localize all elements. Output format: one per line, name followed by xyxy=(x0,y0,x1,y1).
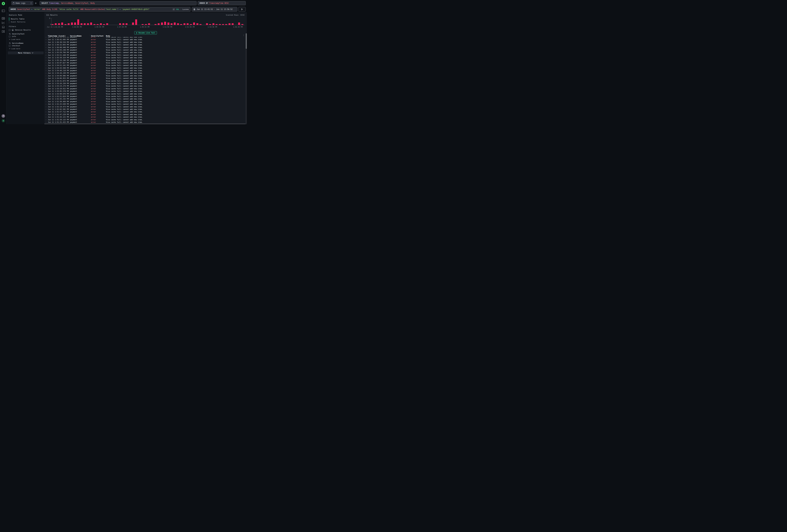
resume-live-tail-button[interactable]: Resume Live Tail xyxy=(134,31,157,35)
horizontal-scrollbar[interactable] xyxy=(44,124,246,124)
histogram-bar[interactable] xyxy=(164,22,166,25)
table-row[interactable]: ›Jun 11 1:56:03.248 PMpaymenterrorVisa c… xyxy=(44,49,246,51)
histogram-bar[interactable] xyxy=(232,23,234,25)
table-row[interactable]: ›Jun 11 1:54:26.230 PMpaymenterrorVisa c… xyxy=(44,72,246,75)
column-header-timestamp[interactable]: Timestamp (Local) xyxy=(48,35,66,37)
table-row[interactable]: ›Jun 11 1:51:43.121 PMpaymenterrorVisa c… xyxy=(44,116,246,119)
filter-option-label[interactable]: info xyxy=(12,36,16,38)
dashboards-icon[interactable] xyxy=(2,30,5,33)
table-row[interactable]: ›Jun 11 1:55:51.448 PMpaymenterrorVisa c… xyxy=(44,54,246,57)
help-button[interactable]: ? xyxy=(2,114,5,118)
histogram-bar[interactable] xyxy=(123,23,124,25)
table-row[interactable]: ›Jun 11 1:53:26.250 PMpaymenterrorVisa c… xyxy=(44,82,246,85)
table-row[interactable]: ›Jun 11 1:53:10.922 PMpaymenterrorVisa c… xyxy=(44,87,246,90)
table-row[interactable]: ›Jun 11 1:55:59.760 PMpaymenterrorVisa c… xyxy=(44,51,246,54)
table-row[interactable]: ›Jun 11 1:53:05.578 PMpaymenterrorVisa c… xyxy=(44,90,246,92)
histogram-bar[interactable] xyxy=(61,22,63,25)
run-query-button[interactable] xyxy=(238,7,246,12)
where-query-input[interactable]: WHERE SeverityText = 'error' AND Body IL… xyxy=(9,7,190,12)
histogram-bar[interactable] xyxy=(229,23,230,25)
language-option-lucene[interactable]: Lucene xyxy=(183,8,189,10)
histogram-bar[interactable] xyxy=(161,22,163,25)
histogram-bar[interactable] xyxy=(77,19,79,25)
table-row[interactable]: ›Jun 11 1:55:16.296 PMpaymenterrorVisa c… xyxy=(44,59,246,62)
histogram-bar[interactable] xyxy=(126,23,127,25)
source-selector[interactable]: Demo Logs xyxy=(11,1,33,5)
table-row[interactable]: ›Jun 11 1:53:41.873 PMpaymenterrorVisa c… xyxy=(44,80,246,82)
time-range-picker[interactable]: Jun 11 13:41:52 - Jun 11 13:56:52 xyxy=(192,7,237,12)
search-icon[interactable] xyxy=(9,33,11,35)
table-row[interactable]: ›Jun 11 1:54:43.948 PMpaymenterrorVisa c… xyxy=(44,67,246,69)
table-row[interactable]: ›Jun 11 1:55:07.827 PMpaymenterrorVisa c… xyxy=(44,62,246,64)
table-row[interactable]: ›Jun 11 1:56:38.534 PMpaymenterrorVisa c… xyxy=(44,41,246,44)
histogram-bar[interactable] xyxy=(74,22,76,25)
histogram-bar[interactable] xyxy=(90,22,92,25)
search-logs-icon[interactable] xyxy=(2,17,5,20)
histogram-bar[interactable] xyxy=(193,22,195,25)
results-histogram[interactable] xyxy=(51,19,244,25)
histogram-bar[interactable] xyxy=(238,22,240,25)
histogram-bar[interactable] xyxy=(100,23,102,25)
column-resize-handle[interactable]: ⋮ xyxy=(89,35,91,36)
table-row[interactable]: ›Jun 11 1:56:08.948 PMpaymenterrorVisa c… xyxy=(44,46,246,49)
table-row[interactable]: ›Jun 11 1:54:09.906 PMpaymenterrorVisa c… xyxy=(44,75,246,77)
histogram-bar[interactable] xyxy=(135,19,137,25)
load-more-link[interactable]: Load more xyxy=(9,48,20,49)
table-row[interactable]: ›Jun 11 1:52:25.630 PMpaymenterrorVisa c… xyxy=(44,103,246,105)
table-row[interactable]: ›Jun 11 1:52:35.232 PMpaymenterrorVisa c… xyxy=(44,98,246,100)
histogram-bar[interactable] xyxy=(81,23,83,25)
filter-option-checkbox[interactable] xyxy=(9,36,10,38)
analysis-mode-item-results-table[interactable]: Results Table xyxy=(9,18,24,20)
search-icon[interactable] xyxy=(9,42,11,44)
table-row[interactable]: ›Jun 11 1:51:31.415 PMpaymenterrorVisa c… xyxy=(44,121,246,124)
column-header-body[interactable]: Body xyxy=(106,35,110,37)
histogram-bar[interactable] xyxy=(168,22,169,25)
table-options-menu-icon[interactable]: ⋮ xyxy=(243,34,244,36)
histogram-bar[interactable] xyxy=(184,23,186,25)
denoise-checkbox[interactable] xyxy=(9,29,10,31)
load-more-link[interactable]: Load more xyxy=(9,38,20,40)
table-row[interactable]: ›Jun 11 1:52:51.824 PMpaymenterrorVisa c… xyxy=(44,95,246,98)
column-resize-handle[interactable]: ⋮ xyxy=(68,35,70,36)
table-row[interactable]: ›Jun 11 1:54:40.218 PMpaymenterrorVisa c… xyxy=(44,69,246,72)
histogram-bar[interactable] xyxy=(119,23,121,25)
analysis-mode-item-event-patterns[interactable]: Event Patterns xyxy=(9,20,25,23)
histogram-bar[interactable] xyxy=(187,23,189,25)
denoise-label[interactable]: Denoise Results xyxy=(15,29,31,31)
language-option-sql[interactable]: SQL xyxy=(176,8,179,10)
histogram-bar[interactable] xyxy=(68,23,69,25)
table-row[interactable]: ›Jun 11 1:53:00.676 PMpaymenterrorVisa c… xyxy=(44,93,246,95)
histogram-bar[interactable] xyxy=(148,23,150,25)
table-row[interactable]: ›Jun 11 1:56:32.843 PMpaymenterrorVisa c… xyxy=(44,44,246,46)
histogram-bar[interactable] xyxy=(71,22,73,25)
hyperdx-logo-icon[interactable] xyxy=(2,2,5,5)
chart-explorer-icon[interactable] xyxy=(2,21,5,24)
histogram-bar[interactable] xyxy=(87,23,89,25)
table-row[interactable]: ›Jun 11 1:53:24.274 PMpaymenterrorVisa c… xyxy=(44,85,246,87)
filter-option-label[interactable]: checkout xyxy=(12,45,20,47)
more-filters-button[interactable]: More filters xyxy=(8,51,44,54)
filter-option-checkbox[interactable] xyxy=(9,45,10,47)
histogram-bar[interactable] xyxy=(174,22,176,25)
sessions-icon[interactable] xyxy=(2,26,5,28)
column-resize-handle[interactable]: ⋮ xyxy=(104,35,106,36)
histogram-bar[interactable] xyxy=(106,23,108,25)
histogram-bar[interactable] xyxy=(212,23,214,25)
source-settings-gear-icon[interactable]: ⚙ xyxy=(34,1,37,5)
order-by-input[interactable]: ORDER BY TimestampTime DESC xyxy=(198,1,246,5)
table-row[interactable]: ›Jun 11 1:51:39.115 PMpaymenterrorVisa c… xyxy=(44,119,246,121)
vertical-scrollbar-track[interactable] xyxy=(246,33,247,124)
column-header-severitytext[interactable]: SeverityText xyxy=(91,35,103,37)
table-row[interactable]: ›Jun 11 1:52:19.473 PMpaymenterrorVisa c… xyxy=(44,106,246,108)
histogram-bar[interactable] xyxy=(206,23,208,25)
vertical-scrollbar-thumb[interactable] xyxy=(246,34,247,49)
histogram-bar[interactable] xyxy=(177,23,179,25)
table-row[interactable]: ›Jun 11 1:52:02.581 PMpaymenterrorVisa c… xyxy=(44,108,246,111)
table-row[interactable]: ›Jun 11 1:54:06.953 PMpaymenterrorVisa c… xyxy=(44,77,246,80)
histogram-bar[interactable] xyxy=(132,22,134,25)
table-row[interactable]: ›Jun 11 1:51:47.229 PMpaymenterrorVisa c… xyxy=(44,113,246,116)
histogram-bar[interactable] xyxy=(158,23,159,25)
table-row[interactable]: ›Jun 11 1:54:52.241 PMpaymenterrorVisa c… xyxy=(44,64,246,67)
user-avatar[interactable]: U xyxy=(2,119,5,123)
histogram-bar[interactable] xyxy=(55,23,57,25)
